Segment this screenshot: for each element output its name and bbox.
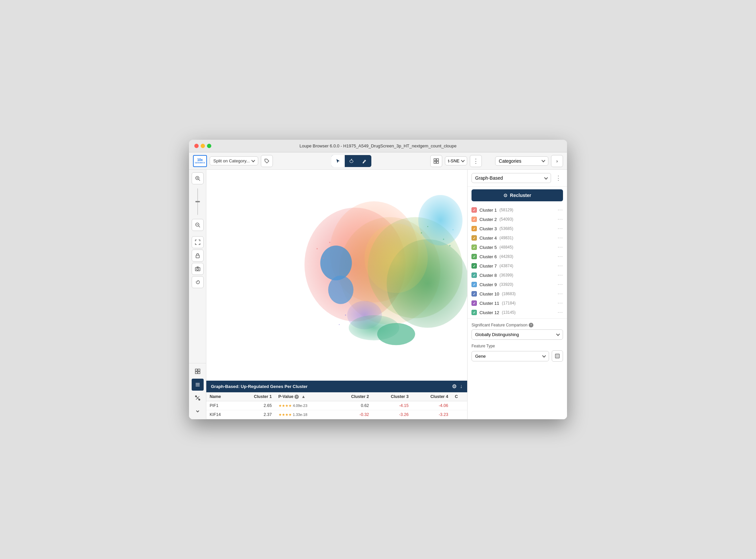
cluster-item[interactable]: ✓ Cluster 1 (58129) ··· (468, 205, 567, 215)
cluster-4-checkbox[interactable]: ✓ (471, 235, 477, 241)
download-icon[interactable]: ↓ (460, 383, 463, 389)
cluster-item[interactable]: ✓ Cluster 8 (36399) ··· (468, 270, 567, 280)
cluster-8-checkbox[interactable]: ✓ (471, 272, 477, 278)
zoom-in-button[interactable] (192, 172, 204, 184)
categories-dropdown[interactable]: Categories (495, 156, 548, 166)
col-c-2 (451, 410, 467, 419)
cluster-item[interactable]: ✓ Cluster 2 (54093) ··· (468, 215, 567, 224)
fit-view-button[interactable] (192, 236, 204, 248)
cluster-6-label: Cluster 6 (480, 254, 497, 259)
col-cluster2[interactable]: Cluster 2 (333, 392, 372, 401)
cluster-5-more[interactable]: ··· (558, 244, 563, 250)
lock-button[interactable] (192, 250, 204, 262)
cluster-3-checkbox[interactable]: ✓ (471, 226, 477, 231)
help-icon[interactable]: ? (529, 323, 533, 328)
logo-10x: 10x (197, 158, 203, 162)
cluster-item[interactable]: ✓ Cluster 9 (33920) ··· (468, 280, 567, 289)
recluster-button[interactable]: ⊙ Recluster (471, 189, 563, 201)
cluster-item[interactable]: ✓ Cluster 11 (17184) ··· (468, 298, 567, 308)
cursor-tool[interactable] (331, 155, 345, 167)
cluster-1-checkbox[interactable]: ✓ (471, 207, 477, 213)
cluster-1-more[interactable]: ··· (558, 207, 563, 213)
cluster-9-count: (33920) (499, 282, 513, 287)
col-more[interactable]: C (451, 392, 467, 401)
sig-feature-label: Globally Distinguishing (475, 332, 555, 337)
cluster-11-more[interactable]: ··· (558, 300, 563, 306)
tag-button[interactable] (261, 155, 273, 167)
calculate-button[interactable] (552, 350, 563, 362)
view-mode-dropdown[interactable]: t-SNE (445, 156, 467, 165)
cluster-item[interactable]: ✓ Cluster 10 (18683) ··· (468, 289, 567, 298)
cluster-10-label: Cluster 10 (480, 291, 499, 296)
col-name[interactable]: Name (206, 392, 236, 401)
cluster-8-more[interactable]: ··· (558, 272, 563, 278)
cluster-12-more[interactable]: ··· (558, 309, 563, 315)
cluster-9-more[interactable]: ··· (558, 282, 563, 288)
nav-forward-button[interactable]: › (551, 155, 563, 167)
cluster-item[interactable]: ✓ Cluster 6 (44283) ··· (468, 252, 567, 261)
maximize-button[interactable] (207, 144, 211, 148)
col-cluster1[interactable]: Cluster 1 (236, 392, 275, 401)
minimize-button[interactable] (201, 144, 205, 148)
dots-icon: ⋮ (473, 158, 479, 164)
bottom-panel-title: Graph-Based: Up-Regulated Genes Per Clus… (211, 384, 308, 389)
svg-point-30 (449, 245, 450, 246)
titlebar: Loupe Browser 6.0.0 - H1975_A549_DrugScr… (189, 140, 567, 152)
svg-point-27 (427, 226, 428, 227)
zoom-slider-container (197, 187, 198, 216)
split-category-dropdown[interactable]: Split on Category... (209, 156, 258, 165)
cluster-4-more[interactable]: ··· (558, 235, 563, 241)
cluster-2-label: Cluster 2 (480, 217, 497, 222)
cluster-2-more[interactable]: ··· (558, 216, 563, 222)
svg-point-25 (329, 242, 330, 243)
cluster-item[interactable]: ✓ Cluster 3 (53685) ··· (468, 224, 567, 233)
screenshot-button[interactable] (192, 263, 204, 275)
cluster-3-count: (53685) (499, 226, 513, 231)
cluster-item[interactable]: ✓ Cluster 12 (13145) ··· (468, 308, 567, 317)
col-cluster3[interactable]: Cluster 3 (372, 392, 412, 401)
cluster-10-checkbox[interactable]: ✓ (471, 291, 477, 296)
cluster-10-more[interactable]: ··· (558, 291, 563, 297)
svg-point-24 (323, 258, 324, 259)
cluster-options-button[interactable]: ⋮ (554, 173, 563, 183)
grid-view-button[interactable] (430, 155, 442, 167)
feature-type-dropdown[interactable]: Gene (471, 351, 549, 361)
svg-point-28 (443, 239, 444, 240)
col-cluster4[interactable]: Cluster 4 (412, 392, 451, 401)
cluster-2-checkbox[interactable]: ✓ (471, 217, 477, 222)
cluster-item[interactable]: ✓ Cluster 5 (48845) ··· (468, 243, 567, 252)
cluster-6-checkbox[interactable]: ✓ (471, 254, 477, 259)
cluster-7-checkbox[interactable]: ✓ (471, 263, 477, 269)
cluster-5-label: Cluster 5 (480, 245, 497, 250)
power-button[interactable] (192, 276, 204, 288)
cluster-7-more[interactable]: ··· (558, 263, 563, 269)
table-row: KIF14 2.37 ★★★★ 1.33e-18 -0.32 -3.26 -3.… (206, 410, 467, 419)
svg-point-39 (199, 399, 200, 400)
cluster-9-checkbox[interactable]: ✓ (471, 282, 477, 287)
view-options-button[interactable]: ⋮ (470, 155, 482, 167)
cluster-8-label: Cluster 8 (480, 273, 497, 278)
bottom-panel-header: Graph-Based: Up-Regulated Genes Per Clus… (206, 381, 467, 392)
cluster-4-label: Cluster 4 (480, 236, 497, 241)
lasso-tool[interactable] (345, 155, 358, 167)
col-pvalue[interactable]: P-Value ? ▲ (275, 392, 333, 401)
close-button[interactable] (194, 144, 199, 148)
list-nav-button[interactable] (192, 379, 204, 390)
zoom-out-button[interactable] (192, 219, 204, 231)
cluster-12-checkbox[interactable]: ✓ (471, 310, 477, 315)
filter-icon[interactable]: ⚙ (452, 383, 457, 389)
chevron-down-nav[interactable] (192, 405, 204, 417)
cluster-6-more[interactable]: ··· (558, 253, 563, 260)
cluster-5-checkbox[interactable]: ✓ (471, 245, 477, 250)
gene-nav-button[interactable] (192, 392, 204, 404)
logo-genomics: GENOMICS (195, 162, 205, 164)
brush-tool[interactable] (358, 155, 371, 167)
significant-feature-dropdown[interactable]: Globally Distinguishing (471, 330, 563, 340)
grid-nav-button[interactable] (192, 365, 204, 377)
cluster-item[interactable]: ✓ Cluster 4 (49831) ··· (468, 233, 567, 243)
feature-type-value: Gene (475, 354, 541, 359)
clustering-type-dropdown[interactable]: Graph-Based (471, 173, 551, 183)
cluster-3-more[interactable]: ··· (558, 226, 563, 231)
cluster-item[interactable]: ✓ Cluster 7 (43874) ··· (468, 261, 567, 270)
cluster-11-checkbox[interactable]: ✓ (471, 300, 477, 306)
